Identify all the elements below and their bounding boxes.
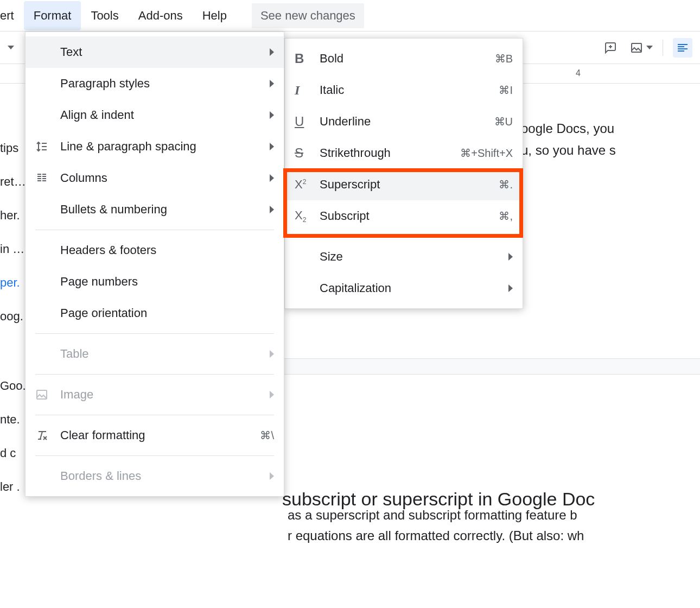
left-strip-item[interactable]: in … bbox=[0, 242, 28, 256]
submenu-arrow-icon bbox=[508, 284, 513, 292]
menu-separator bbox=[35, 374, 274, 375]
menu-separator bbox=[35, 415, 274, 415]
left-strip-item[interactable]: Goo. bbox=[0, 379, 28, 393]
format-menu-item[interactable]: Paragraph styles bbox=[26, 68, 284, 99]
menu-label: Page numbers bbox=[60, 275, 274, 289]
image-outline-icon bbox=[35, 388, 60, 401]
text-submenu-item[interactable]: Size bbox=[285, 241, 523, 273]
submenu-arrow-icon bbox=[270, 391, 274, 398]
toolbar-dropdown-caret[interactable] bbox=[8, 46, 14, 49]
menu-label: Underline bbox=[320, 115, 494, 129]
menu-label: Page orientation bbox=[60, 306, 274, 320]
submenu-arrow-icon bbox=[270, 48, 274, 56]
menu-label: Paragraph styles bbox=[60, 77, 270, 91]
left-strip-item[interactable]: ler . bbox=[0, 480, 28, 494]
text-submenu-item[interactable]: SStrikethrough⌘+Shift+X bbox=[285, 137, 523, 169]
menu-label: Table bbox=[60, 347, 270, 361]
doc-text: as a superscript and subscript formattin… bbox=[288, 505, 577, 525]
submenu-arrow-icon bbox=[270, 174, 274, 182]
format-menu-item: Borders & lines bbox=[26, 460, 284, 492]
menu-label: Size bbox=[320, 250, 508, 264]
doc-text: oogle Docs, you bbox=[521, 118, 614, 139]
left-strip-item[interactable]: ret… bbox=[0, 175, 28, 189]
menu-shortcut: ⌘I bbox=[499, 84, 513, 97]
format-menu-item[interactable]: Columns bbox=[26, 162, 284, 194]
menu-label: Line & paragraph spacing bbox=[60, 140, 270, 154]
menu-label: Superscript bbox=[320, 178, 499, 192]
menu-separator bbox=[295, 236, 513, 237]
toolbar-divider bbox=[663, 40, 663, 56]
chevron-down-icon bbox=[646, 46, 653, 49]
menubar-item-format[interactable]: Format bbox=[24, 1, 81, 30]
columns-icon bbox=[35, 172, 60, 185]
format-menu-item[interactable]: Page numbers bbox=[26, 266, 284, 297]
left-strip-item[interactable]: oog. bbox=[0, 309, 28, 324]
format-menu-item[interactable]: Align & indent bbox=[26, 99, 284, 131]
text-submenu-item[interactable]: UUnderline⌘U bbox=[285, 106, 523, 137]
bold-icon: B bbox=[295, 51, 320, 66]
subscript-icon: X2 bbox=[295, 208, 320, 224]
menu-shortcut: ⌘, bbox=[499, 210, 513, 223]
menu-shortcut: ⌘+Shift+X bbox=[460, 147, 513, 160]
line-spacing-icon bbox=[35, 140, 60, 153]
text-submenu-item[interactable]: BBold⌘B bbox=[285, 43, 523, 74]
format-menu-item[interactable]: Page orientation bbox=[26, 297, 284, 329]
menu-label: Subscript bbox=[320, 209, 499, 223]
menubar-item-help[interactable]: Help bbox=[193, 1, 237, 30]
text-submenu-item[interactable]: Capitalization bbox=[285, 273, 523, 304]
format-menu-item: Table bbox=[26, 338, 284, 370]
menu-separator bbox=[35, 333, 274, 334]
submenu-arrow-icon bbox=[270, 206, 274, 213]
left-strip-item[interactable]: d c bbox=[0, 446, 28, 460]
menu-label: Clear formatting bbox=[60, 428, 260, 442]
left-strip-item[interactable]: her. bbox=[0, 208, 28, 223]
menu-label: Borders & lines bbox=[60, 469, 270, 483]
submenu-arrow-icon bbox=[270, 80, 274, 87]
menu-shortcut: ⌘\ bbox=[260, 429, 274, 442]
format-menu-item: Image bbox=[26, 379, 284, 410]
add-comment-button[interactable] bbox=[601, 38, 620, 58]
doc-text: u, so you have s bbox=[521, 140, 616, 161]
menu-shortcut: ⌘B bbox=[495, 52, 513, 65]
submenu-arrow-icon bbox=[508, 253, 513, 261]
text-submenu-item[interactable]: X2Subscript⌘, bbox=[285, 200, 523, 232]
menu-label: Bold bbox=[320, 52, 495, 66]
underline-icon: U bbox=[295, 114, 320, 129]
align-left-icon bbox=[676, 41, 689, 54]
format-menu: TextParagraph stylesAlign & indentLine &… bbox=[25, 31, 284, 497]
ruler-mark-4: 4 bbox=[576, 68, 581, 78]
see-new-changes-button[interactable]: See new changes bbox=[252, 3, 364, 28]
left-strip: tips ret… her. in … per. oog. Goo. nte. … bbox=[0, 141, 28, 514]
image-icon bbox=[630, 41, 643, 54]
format-menu-item[interactable]: Text bbox=[26, 36, 284, 68]
clear-format-icon bbox=[35, 429, 60, 442]
insert-image-button[interactable] bbox=[630, 38, 653, 58]
menu-label: Italic bbox=[320, 83, 499, 97]
submenu-arrow-icon bbox=[270, 350, 274, 358]
menubar-item-insert[interactable]: ert bbox=[0, 1, 24, 30]
menu-label: Bullets & numbering bbox=[60, 202, 270, 217]
menu-label: Strikethrough bbox=[320, 146, 460, 160]
text-submenu-item[interactable]: X2Superscript⌘. bbox=[285, 169, 523, 200]
menu-shortcut: ⌘. bbox=[499, 178, 513, 191]
menu-label: Capitalization bbox=[320, 281, 508, 295]
menu-label: Align & indent bbox=[60, 108, 270, 122]
format-menu-item[interactable]: Bullets & numbering bbox=[26, 194, 284, 225]
superscript-icon: X2 bbox=[295, 178, 320, 192]
left-strip-item[interactable]: nte. bbox=[0, 413, 28, 427]
menu-separator bbox=[35, 230, 274, 230]
format-menu-item[interactable]: Line & paragraph spacing bbox=[26, 131, 284, 162]
format-menu-item[interactable]: Headers & footers bbox=[26, 235, 284, 266]
menubar-item-addons[interactable]: Add-ons bbox=[129, 1, 193, 30]
menubar-item-tools[interactable]: Tools bbox=[81, 1, 128, 30]
menu-separator bbox=[35, 455, 274, 456]
text-submenu-item[interactable]: IItalic⌘I bbox=[285, 74, 523, 106]
left-strip-item[interactable]: per. bbox=[0, 276, 28, 290]
left-strip-item[interactable]: tips bbox=[0, 141, 28, 155]
align-left-button[interactable] bbox=[673, 38, 692, 58]
italic-icon: I bbox=[295, 83, 320, 98]
doc-text: r equations are all formatted correctly.… bbox=[288, 525, 584, 546]
menubar: ert Format Tools Add-ons Help See new ch… bbox=[0, 0, 700, 31]
format-menu-item[interactable]: Clear formatting⌘\ bbox=[26, 420, 284, 451]
menu-label: Text bbox=[60, 45, 270, 59]
